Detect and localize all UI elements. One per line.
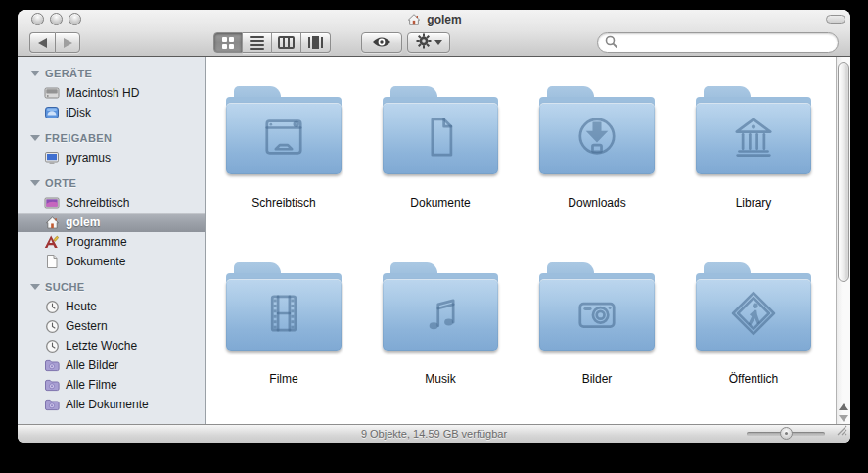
scroll-down-arrow-icon[interactable] bbox=[839, 415, 848, 422]
sidebar-item-letzte-woche[interactable]: Letzte Woche bbox=[18, 336, 205, 355]
status-text: 9 Objekte, 14.59 GB verfügbar bbox=[18, 425, 850, 443]
folder-label: Musik bbox=[362, 372, 519, 386]
sidebar-section-geraete[interactable]: GERÄTE bbox=[18, 64, 205, 83]
screen: golem bbox=[0, 0, 868, 473]
quicklook-button[interactable] bbox=[361, 32, 402, 53]
slider-knob[interactable] bbox=[780, 427, 793, 440]
sidebar-item-alle-bilder[interactable]: Alle Bilder bbox=[18, 355, 205, 375]
applications-icon bbox=[44, 234, 60, 250]
home-icon bbox=[44, 214, 60, 230]
sidebar-item-idisk[interactable]: iDisk bbox=[18, 103, 205, 122]
sidebar-item-alle-dokumente[interactable]: Alle Dokumente bbox=[18, 395, 205, 414]
folder-label: Filme bbox=[206, 372, 362, 386]
sidebar-item-label: Programme bbox=[66, 235, 127, 249]
back-arrow-icon bbox=[38, 38, 47, 48]
sidebar-item-gestern[interactable]: Gestern bbox=[18, 316, 205, 336]
disclosure-triangle-icon bbox=[30, 284, 40, 290]
camera-glyph bbox=[569, 285, 625, 342]
scrollbar-arrows bbox=[837, 403, 850, 422]
resize-grip-icon[interactable] bbox=[836, 422, 847, 440]
sidebar-item-label: Gestern bbox=[66, 319, 108, 333]
search-input[interactable] bbox=[621, 35, 838, 51]
folder-icon bbox=[696, 86, 811, 174]
folder-item-downloads[interactable]: Downloads bbox=[519, 86, 675, 210]
scroll-up-arrow-icon[interactable] bbox=[839, 403, 848, 410]
sidebar-item-label: pyramus bbox=[66, 151, 111, 165]
minimize-button[interactable] bbox=[50, 13, 63, 25]
folder-label: Downloads bbox=[519, 196, 675, 210]
list-view-icon bbox=[250, 36, 264, 50]
sidebar-item-label: iDisk bbox=[66, 106, 91, 119]
sidebar-item-dokumente[interactable]: Dokumente bbox=[18, 252, 205, 271]
vertical-scrollbar[interactable] bbox=[836, 57, 850, 424]
file-browser-area: Schreibtisch Dokumente bbox=[206, 57, 850, 424]
sidebar-item-golem[interactable]: golem bbox=[18, 213, 205, 232]
document-glyph bbox=[412, 109, 469, 166]
finder-window: golem bbox=[18, 10, 850, 443]
zoom-button[interactable] bbox=[69, 13, 81, 25]
sidebar-item-label: Dokumente bbox=[66, 255, 125, 268]
folder-item-library[interactable]: Library bbox=[675, 86, 832, 210]
sidebar-item-programme[interactable]: Programme bbox=[18, 232, 205, 252]
folder-label: Bilder bbox=[519, 372, 675, 386]
section-header-label: ORTE bbox=[45, 177, 76, 189]
coverflow-view-button[interactable] bbox=[301, 32, 331, 53]
close-button[interactable] bbox=[31, 13, 44, 25]
disclosure-triangle-icon bbox=[30, 180, 40, 186]
toolbar-toggle-button[interactable] bbox=[826, 15, 845, 24]
search-field[interactable] bbox=[597, 32, 839, 53]
section-header-label: FREIGABEN bbox=[45, 132, 112, 144]
folder-label: Library bbox=[675, 196, 832, 210]
folder-item-dokumente[interactable]: Dokumente bbox=[362, 86, 519, 210]
back-button[interactable] bbox=[29, 32, 55, 53]
idisk-icon bbox=[44, 105, 60, 120]
list-view-button[interactable] bbox=[243, 32, 272, 53]
sidebar-item-label: Schreibtisch bbox=[66, 196, 129, 210]
library-building-glyph bbox=[725, 109, 782, 166]
window-title-area: golem bbox=[18, 12, 850, 27]
view-mode-segmented-control bbox=[213, 32, 331, 53]
action-menu-button[interactable] bbox=[407, 32, 450, 53]
sidebar-item-schreibtisch[interactable]: Schreibtisch bbox=[18, 193, 205, 213]
folder-item-oeffentlich[interactable]: Öffentlich bbox=[675, 262, 832, 386]
sidebar-section-suche[interactable]: SUCHE bbox=[18, 277, 205, 297]
coverflow-view-icon bbox=[308, 36, 323, 49]
folder-item-musik[interactable]: Musik bbox=[362, 262, 519, 386]
shared-display-icon bbox=[44, 150, 60, 166]
home-icon bbox=[406, 12, 422, 27]
icon-grid: Schreibtisch Dokumente bbox=[206, 57, 836, 424]
folder-icon bbox=[539, 86, 655, 174]
forward-button[interactable] bbox=[55, 32, 80, 53]
sidebar-item-macintosh-hd[interactable]: Macintosh HD bbox=[18, 83, 205, 103]
folder-icon bbox=[696, 262, 811, 351]
sidebar-item-heute[interactable]: Heute bbox=[18, 297, 205, 316]
status-bar: 9 Objekte, 14.59 GB verfügbar bbox=[18, 424, 850, 443]
folder-item-bilder[interactable]: Bilder bbox=[519, 262, 675, 386]
column-view-icon bbox=[278, 36, 295, 49]
sidebar-item-alle-filme[interactable]: Alle Filme bbox=[18, 375, 205, 395]
sidebar-section-orte[interactable]: ORTE bbox=[18, 173, 205, 193]
icon-view-button[interactable] bbox=[213, 32, 243, 53]
disclosure-triangle-icon bbox=[30, 135, 40, 141]
sidebar-item-label: Alle Filme bbox=[66, 378, 117, 392]
sidebar-section-freigaben[interactable]: FREIGABEN bbox=[18, 128, 205, 148]
filmstrip-glyph bbox=[255, 285, 312, 342]
gear-icon bbox=[416, 33, 432, 53]
icon-size-slider[interactable] bbox=[747, 432, 825, 436]
folder-label: Öffentlich bbox=[675, 372, 832, 386]
section-header-label: GERÄTE bbox=[45, 68, 92, 79]
music-note-glyph bbox=[412, 285, 469, 342]
column-view-button[interactable] bbox=[272, 32, 301, 53]
folder-label: Dokumente bbox=[362, 196, 519, 210]
folder-item-schreibtisch[interactable]: Schreibtisch bbox=[206, 86, 362, 210]
crossing-sign-glyph bbox=[725, 285, 782, 342]
folder-icon bbox=[539, 262, 655, 351]
folder-item-filme[interactable]: Filme bbox=[206, 262, 362, 386]
sidebar-item-pyramus[interactable]: pyramus bbox=[18, 148, 205, 167]
main-area: GERÄTE Macintosh HD iDisk FREIGABEN bbox=[18, 57, 850, 424]
sidebar: GERÄTE Macintosh HD iDisk FREIGABEN bbox=[18, 57, 206, 424]
eye-icon bbox=[372, 34, 391, 52]
disclosure-triangle-icon bbox=[30, 71, 40, 76]
clock-icon bbox=[44, 338, 60, 354]
scrollbar-thumb[interactable] bbox=[838, 62, 849, 282]
